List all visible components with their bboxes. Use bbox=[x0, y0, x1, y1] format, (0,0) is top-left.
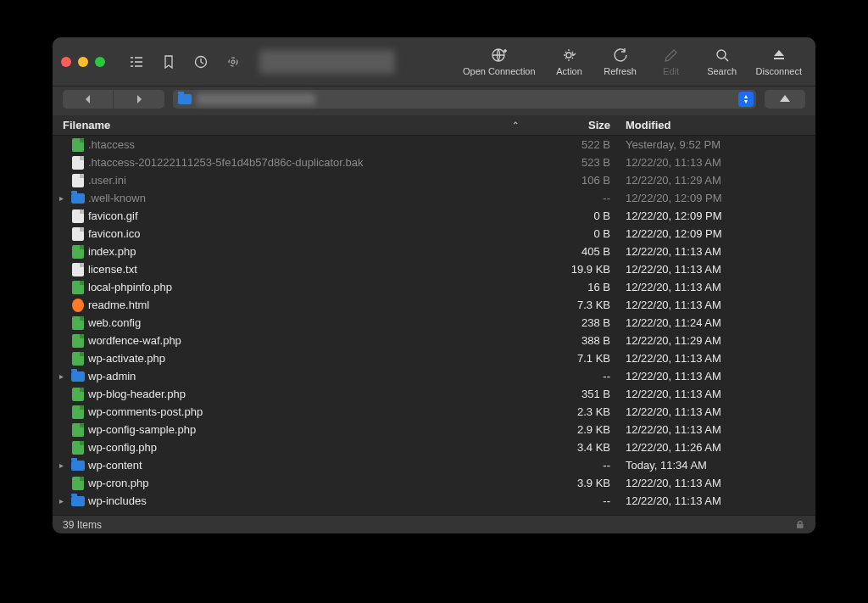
disclosure-triangle-icon[interactable]: ▸ bbox=[53, 461, 70, 470]
table-row[interactable]: wp-config-sample.php2.9 KB12/22/20, 11:1… bbox=[53, 421, 815, 438]
close-icon[interactable] bbox=[61, 57, 71, 67]
table-row[interactable]: .user.ini106 B12/22/20, 11:29 AM bbox=[53, 171, 815, 189]
svg-point-4 bbox=[566, 53, 571, 58]
history-icon[interactable] bbox=[188, 51, 214, 73]
edit-label: Edit bbox=[663, 66, 679, 76]
file-size: 106 B bbox=[527, 174, 620, 187]
column-size[interactable]: Size bbox=[527, 119, 620, 131]
table-row[interactable]: license.txt19.9 KB12/22/20, 11:13 AM bbox=[53, 260, 815, 278]
file-modified: 12/22/20, 12:09 PM bbox=[620, 227, 815, 240]
svg-point-5 bbox=[717, 50, 726, 59]
file-icon bbox=[70, 281, 86, 294]
bonjour-icon[interactable] bbox=[220, 51, 246, 73]
path-popup[interactable]: ▲▼ bbox=[173, 90, 756, 109]
file-name: .well-known bbox=[86, 192, 527, 204]
file-modified: 12/22/20, 12:09 PM bbox=[620, 209, 815, 222]
file-size: 0 B bbox=[527, 209, 620, 222]
back-button[interactable] bbox=[63, 90, 114, 109]
table-row[interactable]: .htaccess522 BYesterday, 9:52 PM bbox=[53, 136, 815, 154]
table-row[interactable]: wp-comments-post.php2.3 KB12/22/20, 11:1… bbox=[53, 403, 815, 421]
file-modified: 12/22/20, 11:29 AM bbox=[620, 334, 815, 347]
search-label: Search bbox=[707, 66, 737, 76]
file-name: wp-includes bbox=[86, 494, 527, 507]
open-connection-button[interactable]: Open Connection bbox=[458, 47, 541, 76]
refresh-button[interactable]: Refresh bbox=[598, 47, 643, 76]
file-icon bbox=[70, 441, 86, 455]
file-icon bbox=[70, 299, 86, 312]
file-name: wp-blog-header.php bbox=[86, 388, 527, 400]
outline-view-icon[interactable] bbox=[124, 51, 149, 73]
toolbar: Open Connection Action Refresh Edit Sear… bbox=[53, 37, 815, 87]
file-modified: 12/22/20, 11:13 AM bbox=[620, 263, 815, 276]
table-row[interactable]: wordfence-waf.php388 B12/22/20, 11:29 AM bbox=[53, 332, 815, 349]
table-row[interactable]: wp-cron.php3.9 KB12/22/20, 11:13 AM bbox=[53, 474, 815, 492]
file-list[interactable]: .htaccess522 BYesterday, 9:52 PM.htacces… bbox=[53, 136, 815, 515]
table-row[interactable]: wp-blog-header.php351 B12/22/20, 11:13 A… bbox=[53, 385, 815, 403]
file-size: 405 B bbox=[527, 245, 620, 258]
table-row[interactable]: wp-activate.php7.1 KB12/22/20, 11:13 AM bbox=[53, 349, 815, 367]
file-icon bbox=[70, 245, 86, 259]
table-row[interactable]: ▸wp-admin--12/22/20, 11:13 AM bbox=[53, 367, 815, 385]
action-button[interactable]: Action bbox=[548, 47, 592, 76]
file-icon bbox=[70, 156, 86, 170]
folder-icon bbox=[178, 94, 192, 104]
app-window: Open Connection Action Refresh Edit Sear… bbox=[53, 37, 815, 533]
file-modified: Today, 11:34 AM bbox=[620, 459, 815, 472]
column-filename-label: Filename bbox=[63, 119, 110, 131]
file-icon bbox=[70, 209, 86, 223]
file-size: 16 B bbox=[527, 281, 620, 293]
file-icon bbox=[70, 263, 86, 276]
search-button[interactable]: Search bbox=[700, 47, 744, 76]
file-icon bbox=[70, 388, 86, 401]
file-name: favicon.ico bbox=[86, 227, 527, 240]
file-modified: 12/22/20, 11:13 AM bbox=[620, 405, 815, 418]
file-size: -- bbox=[527, 494, 620, 507]
file-size: 19.9 KB bbox=[527, 263, 620, 276]
table-row[interactable]: local-phpinfo.php16 B12/22/20, 11:13 AM bbox=[53, 278, 815, 296]
folder-icon bbox=[70, 193, 86, 204]
table-row[interactable]: web.config238 B12/22/20, 11:24 AM bbox=[53, 314, 815, 332]
file-icon bbox=[70, 316, 86, 330]
nav-buttons bbox=[63, 90, 164, 109]
sort-asc-icon: ⌃ bbox=[512, 120, 519, 130]
column-filename[interactable]: Filename ⌃ bbox=[53, 119, 527, 131]
table-row[interactable]: wp-config.php3.4 KB12/22/20, 11:26 AM bbox=[53, 438, 815, 456]
folder-icon bbox=[70, 371, 86, 382]
table-row[interactable]: ▸.well-known--12/22/20, 12:09 PM bbox=[53, 189, 815, 207]
table-row[interactable]: favicon.gif0 B12/22/20, 12:09 PM bbox=[53, 207, 815, 225]
disclosure-triangle-icon[interactable]: ▸ bbox=[53, 371, 70, 381]
bookmarks-icon[interactable] bbox=[156, 51, 181, 73]
file-modified: 12/22/20, 11:13 AM bbox=[620, 281, 815, 293]
table-row[interactable]: ▸wp-includes--12/22/20, 11:13 AM bbox=[53, 492, 815, 510]
svg-point-2 bbox=[229, 58, 237, 66]
window-title bbox=[259, 50, 395, 74]
table-row[interactable]: readme.html7.3 KB12/22/20, 11:13 AM bbox=[53, 296, 815, 314]
minimize-icon[interactable] bbox=[78, 57, 88, 67]
file-icon bbox=[70, 423, 86, 437]
file-modified: 12/22/20, 11:13 AM bbox=[620, 370, 815, 382]
file-size: 0 B bbox=[527, 227, 620, 240]
disclosure-triangle-icon[interactable]: ▸ bbox=[53, 193, 70, 203]
file-size: 388 B bbox=[527, 334, 620, 347]
file-icon bbox=[70, 352, 86, 366]
up-folder-button[interactable] bbox=[765, 90, 805, 109]
file-size: 7.3 KB bbox=[527, 299, 620, 311]
column-modified[interactable]: Modified bbox=[620, 119, 815, 131]
maximize-icon[interactable] bbox=[95, 57, 105, 67]
disconnect-button[interactable]: Disconnect bbox=[751, 47, 807, 76]
disclosure-triangle-icon[interactable]: ▸ bbox=[53, 496, 70, 505]
table-row[interactable]: favicon.ico0 B12/22/20, 12:09 PM bbox=[53, 225, 815, 243]
refresh-icon bbox=[613, 47, 628, 64]
file-name: wp-admin bbox=[86, 370, 527, 382]
file-modified: 12/22/20, 11:29 AM bbox=[620, 174, 815, 187]
forward-button[interactable] bbox=[114, 90, 164, 109]
chevron-updown-icon[interactable]: ▲▼ bbox=[738, 92, 754, 107]
file-size: 238 B bbox=[527, 316, 620, 329]
table-row[interactable]: .htaccess-201222111253-5fe1d4b57d86c-dup… bbox=[53, 154, 815, 171]
table-row[interactable]: index.php405 B12/22/20, 11:13 AM bbox=[53, 243, 815, 260]
list-header: Filename ⌃ Size Modified bbox=[53, 115, 815, 136]
column-modified-label: Modified bbox=[626, 119, 670, 131]
eject-icon bbox=[772, 47, 786, 64]
table-row[interactable]: ▸wp-content--Today, 11:34 AM bbox=[53, 456, 815, 474]
file-modified: 12/22/20, 11:13 AM bbox=[620, 352, 815, 365]
